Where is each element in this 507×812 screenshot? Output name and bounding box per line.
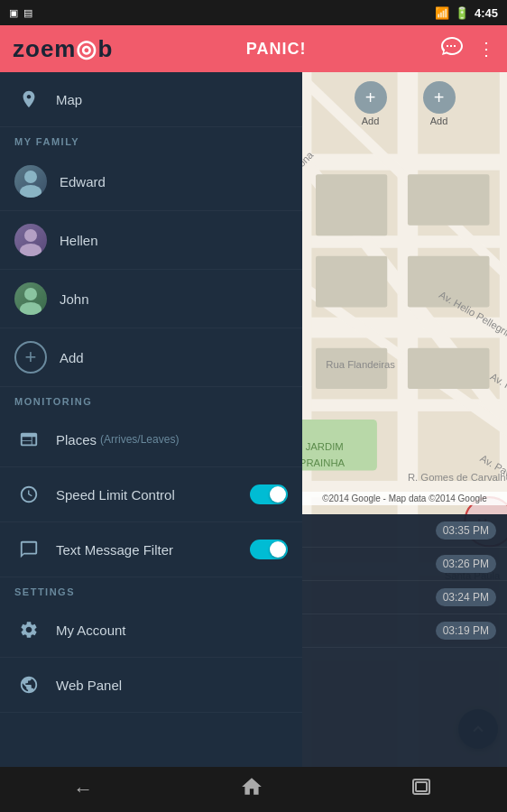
john-avatar <box>14 282 47 315</box>
time-badge-4: 03:19 PM <box>436 622 496 640</box>
svg-rect-25 <box>408 174 490 226</box>
svg-point-2 <box>24 229 37 242</box>
main-layout: Map MY FAMILY Edward <box>0 72 507 767</box>
sidebar-item-text-filter[interactable]: Text Message Filter <box>0 522 302 577</box>
home-button[interactable] <box>222 766 281 812</box>
sidebar: Map MY FAMILY Edward <box>0 72 302 767</box>
sim-icon: ▤ <box>23 7 32 19</box>
wifi-icon: 📶 <box>435 6 449 20</box>
places-label: Places <box>56 432 97 448</box>
web-icon <box>14 670 43 699</box>
time-badge-3: 03:24 PM <box>436 588 496 606</box>
add-circle-1[interactable]: + <box>355 81 387 114</box>
sidebar-item-edward[interactable]: Edward <box>0 152 302 211</box>
web-panel-label: Web Panel <box>56 678 122 693</box>
recents-button[interactable] <box>392 768 452 811</box>
sidebar-item-john[interactable]: John <box>0 270 302 328</box>
svg-rect-53 <box>416 782 427 791</box>
svg-text:R. Gomes de Carvalho: R. Gomes de Carvalho <box>408 472 507 483</box>
chat-icon[interactable] <box>439 35 465 62</box>
message-icon <box>14 535 43 564</box>
add-family-label: Add <box>60 350 84 365</box>
activity-item-1: 03:35 PM <box>302 514 507 548</box>
map-area: R. Solomão Amazona Rua Flandeiras Av. Al… <box>302 72 507 767</box>
speed-limit-toggle[interactable] <box>250 484 288 504</box>
svg-rect-24 <box>316 174 387 235</box>
speed-icon <box>14 480 43 509</box>
add-circle-2[interactable]: + <box>423 81 456 114</box>
sidebar-item-add-family[interactable]: + Add <box>0 328 302 387</box>
svg-point-5 <box>20 302 41 315</box>
app-logo: zoem◎b <box>13 35 113 63</box>
sidebar-item-places[interactable]: Places (Arrives/Leaves) <box>0 412 302 467</box>
add-label-2: Add <box>430 115 448 126</box>
sidebar-item-my-account[interactable]: My Account <box>0 603 302 658</box>
edward-name: Edward <box>60 174 106 189</box>
text-filter-toggle[interactable] <box>250 540 288 559</box>
bottom-nav: ← <box>0 767 507 812</box>
hellen-avatar <box>14 224 47 256</box>
nav-icons: ⋮ <box>439 35 494 62</box>
svg-point-4 <box>24 288 37 300</box>
svg-rect-33 <box>408 348 490 389</box>
svg-point-0 <box>24 171 37 183</box>
map-label: Map <box>56 92 82 107</box>
hellen-name: Hellen <box>60 233 98 248</box>
logo-highlight: ◎ <box>76 35 97 62</box>
svg-point-1 <box>20 185 41 198</box>
sidebar-item-map[interactable]: Map <box>0 72 302 127</box>
john-name: John <box>60 291 89 307</box>
account-icon <box>14 615 43 644</box>
add-family-icon: + <box>14 341 47 374</box>
edward-avatar <box>14 165 47 198</box>
map-add-btn-2[interactable]: + Add <box>423 81 456 126</box>
menu-icon[interactable]: ⋮ <box>477 38 494 60</box>
sidebar-item-web-panel[interactable]: Web Panel <box>0 658 302 713</box>
activity-panel: 03:35 PM 03:26 PM 03:24 PM 03:19 PM <box>302 514 507 767</box>
map-add-btn-1[interactable]: + Add <box>355 81 387 126</box>
svg-text:Rua Flandeiras: Rua Flandeiras <box>326 359 395 370</box>
sidebar-item-hellen[interactable]: Hellen <box>0 211 302 270</box>
settings-header: SETTINGS <box>0 577 302 603</box>
time-badge-1: 03:35 PM <box>436 521 496 540</box>
activity-item-2: 03:26 PM <box>302 548 507 581</box>
logo-text: zoem <box>13 35 76 62</box>
places-subtitle: (Arrives/Leaves) <box>100 433 179 446</box>
nav-bar: zoem◎b PANIC! ⋮ <box>0 25 507 72</box>
svg-text:JARDIM: JARDIM <box>306 441 344 452</box>
map-attribution: ©2014 Google - Map data ©2014 Google <box>302 492 507 505</box>
battery-icon: 🔋 <box>455 6 469 20</box>
status-bar-left: ▣ ▤ <box>9 7 32 19</box>
notification-icon: ▣ <box>9 7 18 19</box>
time-badge-2: 03:26 PM <box>436 555 496 573</box>
activity-item-3: 03:24 PM <box>302 581 507 614</box>
map-add-buttons: + Add + Add <box>302 81 507 126</box>
status-bar-right: 📶 🔋 4:45 <box>435 6 498 20</box>
logo-text2: b <box>97 35 113 62</box>
svg-rect-28 <box>316 256 387 308</box>
places-icon <box>14 425 43 454</box>
back-button[interactable]: ← <box>55 769 111 810</box>
speed-limit-label: Speed Limit Control <box>56 487 175 503</box>
map-icon <box>14 85 43 114</box>
my-account-label: My Account <box>56 623 126 638</box>
activity-item-4: 03:19 PM <box>302 614 507 648</box>
status-time: 4:45 <box>475 6 498 20</box>
monitoring-header: MONITORING <box>0 387 302 412</box>
my-family-header: MY FAMILY <box>0 127 302 152</box>
text-filter-label: Text Message Filter <box>56 542 173 558</box>
svg-text:PRAINHA: PRAINHA <box>302 457 346 468</box>
status-bar: ▣ ▤ 📶 🔋 4:45 <box>0 0 507 25</box>
add-label-1: Add <box>362 115 380 126</box>
sidebar-item-speed-limit[interactable]: Speed Limit Control <box>0 467 302 522</box>
svg-point-3 <box>20 244 41 256</box>
panic-button[interactable]: PANIC! <box>246 40 307 59</box>
